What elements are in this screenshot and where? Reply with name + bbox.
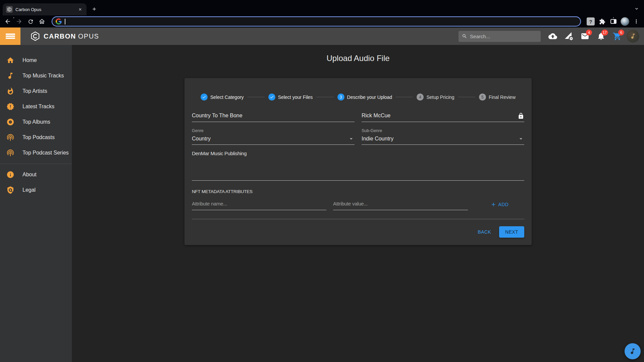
new-tab-button[interactable]: [89, 4, 99, 14]
tab-search-chevron-icon[interactable]: [632, 4, 641, 13]
forward-icon[interactable]: [14, 16, 24, 26]
plus-icon: [490, 201, 496, 207]
google-g-icon: [56, 18, 62, 24]
browser-chrome: Carbon Opus: [0, 0, 644, 27]
back-icon[interactable]: [3, 16, 13, 26]
menu-button[interactable]: [0, 27, 20, 45]
browser-tab[interactable]: Carbon Opus: [3, 3, 87, 15]
extensions-icon[interactable]: [597, 16, 607, 26]
track-title-input[interactable]: [192, 113, 355, 122]
policy-icon: [6, 186, 14, 194]
step-number: 3: [337, 94, 344, 101]
sidebar-item-top-artists[interactable]: Top Artists: [0, 83, 72, 99]
sidebar-item-top-albums[interactable]: Top Albums: [0, 114, 72, 130]
step-number: 4: [417, 94, 424, 101]
step-check-icon: [268, 94, 275, 101]
carbon-opus-logo-icon: [30, 31, 40, 41]
section-divider: [192, 219, 524, 219]
attribute-name-input[interactable]: [192, 199, 326, 210]
text-cursor: [65, 19, 65, 24]
sidebar-item-latest-tracks[interactable]: Latest Tracks: [0, 99, 72, 114]
step-select-files[interactable]: Select your Files: [268, 94, 313, 101]
app-header: CARBONOPUS 4 17 6: [0, 27, 644, 45]
music-player-fab[interactable]: [625, 343, 641, 359]
step-final-review[interactable]: 5 Final Review: [479, 94, 516, 101]
help-icon[interactable]: [586, 16, 596, 26]
profile-avatar[interactable]: [620, 16, 630, 26]
dropdown-arrow-icon: [518, 135, 524, 142]
browser-toolbar: [0, 15, 644, 27]
subgenre-field: Sub-Genre Indie Country: [362, 128, 524, 145]
sidebar-item-top-podcast-series[interactable]: Top Podcast Series: [0, 145, 72, 161]
tab-strip: Carbon Opus: [0, 0, 644, 15]
new-releases-icon: [6, 103, 14, 111]
messages-badge: 4: [586, 29, 592, 36]
subgenre-label: Sub-Genre: [362, 128, 524, 133]
data-settings-icon: [565, 32, 573, 40]
description-textarea[interactable]: DenMar Music Publishing: [192, 150, 524, 179]
nft-section-label: NFT METADATA ATTRIBUTES: [192, 189, 524, 194]
artist-input[interactable]: [362, 113, 518, 122]
sidebar-item-about[interactable]: About: [0, 167, 72, 182]
music-note-icon: [6, 72, 14, 80]
tab-favicon-icon: [6, 6, 13, 13]
tab-title: Carbon Opus: [15, 7, 74, 12]
step-describe-upload[interactable]: 3 Describe your Upload: [337, 94, 392, 101]
side-panel-icon[interactable]: [608, 16, 619, 26]
lock-icon: [518, 113, 524, 119]
genre-select[interactable]: Country: [192, 135, 355, 145]
brand-logo[interactable]: CARBONOPUS: [30, 31, 99, 41]
sidebar-divider: [0, 164, 72, 164]
attribute-name-field[interactable]: [192, 199, 326, 210]
messages-button[interactable]: 4: [577, 28, 593, 44]
page-title: Upload Audio File: [72, 54, 644, 63]
upload-button[interactable]: [545, 28, 561, 44]
notifications-badge: 17: [601, 29, 608, 36]
main-content: Upload Audio File Select Category: [72, 45, 644, 362]
step-select-category[interactable]: Select Category: [201, 94, 244, 101]
genre-field: Genre Country: [192, 128, 355, 145]
url-input[interactable]: [68, 19, 577, 24]
add-attribute-button[interactable]: ADD: [488, 199, 512, 209]
hamburger-icon: [6, 33, 15, 40]
notifications-button[interactable]: 17: [593, 28, 609, 44]
sidebar-item-home[interactable]: Home: [0, 53, 72, 68]
step-setup-pricing[interactable]: 4 Setup Pricing: [417, 94, 454, 101]
step-connector: [396, 97, 413, 97]
sidebar-item-top-podcasts[interactable]: Top Podcasts: [0, 130, 72, 145]
cloud-upload-icon: [548, 32, 557, 41]
search-input[interactable]: [470, 34, 537, 39]
user-avatar[interactable]: [627, 30, 639, 43]
brand-text: CARBONOPUS: [44, 33, 99, 40]
track-title-field[interactable]: [192, 113, 355, 122]
artist-field[interactable]: [362, 113, 524, 122]
tab-close-icon[interactable]: [77, 6, 83, 12]
upload-manager-button[interactable]: [561, 28, 577, 44]
sidebar-item-legal[interactable]: Legal: [0, 182, 72, 198]
next-button[interactable]: NEXT: [499, 226, 524, 238]
album-icon: [6, 118, 14, 126]
carbon-opus-app: CARBONOPUS 4 17 6: [0, 27, 644, 362]
attribute-value-field[interactable]: [333, 199, 468, 210]
step-connector: [458, 97, 475, 97]
subgenre-select[interactable]: Indie Country: [362, 135, 524, 145]
home-button-icon[interactable]: [37, 16, 47, 26]
attribute-value-input[interactable]: [333, 199, 468, 210]
search-box[interactable]: [459, 31, 541, 42]
sidebar-item-top-music-tracks[interactable]: Top Music Tracks: [0, 68, 72, 83]
podcast-icon: [6, 149, 14, 157]
url-bar[interactable]: [52, 16, 581, 26]
cart-button[interactable]: 6: [609, 28, 625, 44]
info-icon: [6, 171, 14, 179]
music-note-icon: [629, 348, 636, 355]
step-connector: [248, 97, 265, 97]
back-button[interactable]: BACK: [474, 227, 495, 237]
cart-badge: 6: [618, 29, 624, 36]
upload-wizard-card: Select Category Select your Files 3 Desc…: [184, 78, 532, 245]
sidebar: Home Top Music Tracks Top Artists Latest…: [0, 45, 72, 362]
description-field[interactable]: DenMar Music Publishing: [192, 150, 524, 181]
step-connector: [316, 97, 333, 97]
step-check-icon: [201, 94, 208, 101]
reload-icon[interactable]: [25, 16, 36, 26]
more-vert-icon[interactable]: [631, 16, 641, 26]
